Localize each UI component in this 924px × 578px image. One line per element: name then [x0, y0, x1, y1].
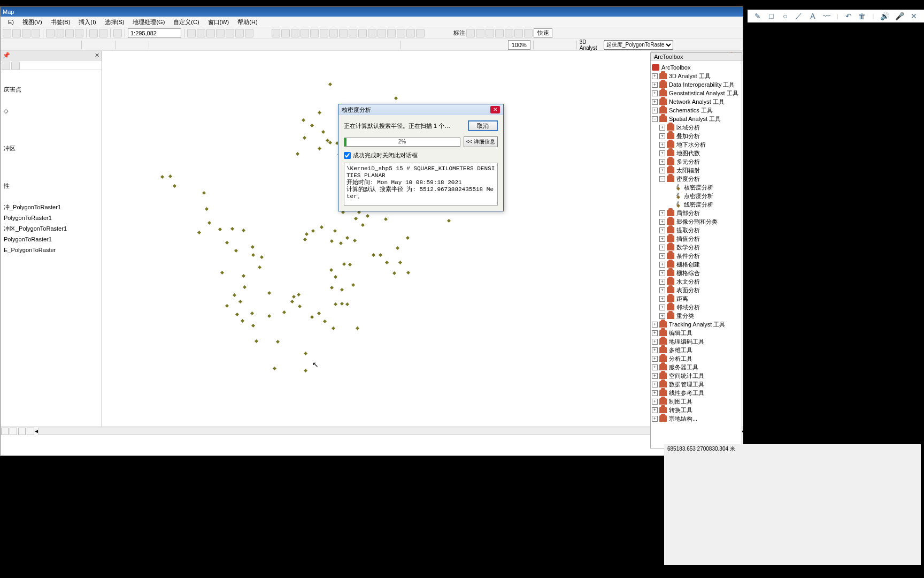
fixed-zoom-out-icon[interactable]	[51, 41, 59, 49]
measure-icon[interactable]	[118, 41, 127, 49]
map-point[interactable]	[406, 236, 410, 240]
map-point[interactable]	[342, 262, 346, 266]
toolbox-item[interactable]: +栅格创建	[651, 260, 742, 269]
map-point[interactable]	[173, 184, 176, 188]
map-point[interactable]	[310, 315, 314, 319]
map-point[interactable]	[296, 152, 299, 156]
toolbox-item[interactable]: +转换工具	[651, 406, 742, 414]
map-point[interactable]	[241, 319, 244, 323]
map-point[interactable]	[348, 263, 352, 267]
toc-icon[interactable]	[197, 29, 205, 37]
viewer-icon[interactable]	[161, 41, 170, 49]
map-point[interactable]	[379, 253, 382, 257]
map-point[interactable]	[356, 326, 359, 330]
route-icon[interactable]	[344, 41, 353, 49]
map-point[interactable]	[297, 293, 301, 296]
time-icon[interactable]	[152, 41, 160, 49]
info-icon[interactable]	[296, 41, 305, 49]
label7-icon[interactable]	[524, 29, 533, 37]
map-point[interactable]	[361, 223, 365, 227]
map-point[interactable]	[447, 219, 451, 223]
label3-icon[interactable]	[486, 29, 494, 37]
line-icon[interactable]	[378, 29, 386, 37]
toolbox-item[interactable]: +局部分析	[651, 209, 742, 217]
3d5-icon[interactable]	[713, 41, 721, 49]
overview-icon[interactable]	[267, 41, 276, 49]
tool-item[interactable]: 线密度分析	[651, 200, 742, 209]
ga9-icon[interactable]	[480, 41, 489, 49]
details-button[interactable]: << 详细信息	[464, 136, 498, 147]
model-icon[interactable]	[245, 29, 253, 37]
python-icon[interactable]	[235, 29, 244, 37]
map-point[interactable]	[321, 130, 325, 134]
magnifier-icon[interactable]	[277, 41, 286, 49]
full-extent-icon[interactable]	[32, 41, 40, 49]
select-icon[interactable]	[84, 41, 93, 49]
map-point[interactable]	[225, 304, 229, 308]
globe-icon[interactable]	[210, 41, 218, 49]
toolbox-item[interactable]: +提取分析	[651, 226, 742, 234]
map-point[interactable]	[406, 271, 410, 275]
map-point[interactable]	[207, 221, 211, 225]
map-point[interactable]	[202, 191, 206, 195]
3d6-icon[interactable]	[722, 41, 731, 49]
toolbox-item[interactable]: +Tracking Analyst 工具	[651, 320, 742, 329]
map-point[interactable]	[251, 253, 255, 257]
toc-close-icon[interactable]: ✕	[95, 52, 99, 59]
map-point[interactable]	[234, 249, 238, 253]
cancel-button[interactable]: 取消	[468, 120, 498, 131]
close-on-complete-checkbox[interactable]	[344, 152, 351, 159]
map-point[interactable]	[340, 288, 344, 292]
toolbox-item[interactable]: +编辑工具	[651, 329, 742, 337]
guides-icon[interactable]	[565, 41, 574, 49]
toc-pin-icon[interactable]: 📌	[3, 52, 10, 59]
map-point[interactable]	[345, 236, 349, 240]
toolbox-item[interactable]: +数学分析	[651, 243, 742, 252]
map-point[interactable]	[339, 241, 343, 245]
toc-item[interactable]: PolygonToRaster1	[1, 212, 102, 223]
toolbox-item[interactable]: +Schematics 工具	[651, 106, 742, 115]
tool-item[interactable]: 核密度分析	[651, 183, 742, 192]
data-icon[interactable]	[546, 41, 555, 49]
toolbox-item[interactable]: +水文分析	[651, 277, 742, 286]
map-point[interactable]	[303, 238, 307, 241]
refresh-view-icon[interactable]	[18, 428, 26, 435]
sketch-icon[interactable]	[281, 29, 290, 37]
ga3-icon[interactable]	[422, 41, 431, 49]
ga6-icon[interactable]	[451, 41, 460, 49]
map-point[interactable]	[318, 147, 321, 150]
pan2-icon[interactable]	[200, 41, 209, 49]
toolbox-root[interactable]: ArcToolbox	[651, 63, 742, 72]
text-icon[interactable]	[315, 41, 324, 49]
map-point[interactable]	[330, 239, 334, 243]
label2-icon[interactable]	[476, 29, 484, 37]
zoom-out-icon[interactable]	[12, 41, 21, 49]
toolbox-item[interactable]: +Geostatistical Analyst 工具	[651, 89, 742, 97]
toc-list-icon[interactable]	[2, 62, 10, 70]
map-scale-input[interactable]	[128, 28, 181, 38]
map-point[interactable]	[372, 253, 375, 257]
rotate-icon[interactable]	[320, 29, 328, 37]
label-speed-select[interactable]	[534, 28, 552, 38]
toolbox-item[interactable]: +地图代数	[651, 149, 742, 157]
toolbox-item[interactable]: +条件分析	[651, 252, 742, 260]
map-point[interactable]	[304, 352, 307, 355]
editor-icon[interactable]	[187, 29, 196, 37]
raster-layer-select[interactable]: 起伏度_PolygonToRaster	[604, 40, 673, 50]
delete2-icon[interactable]: 🗑	[858, 12, 866, 20]
pan-icon[interactable]	[22, 41, 30, 49]
trace-icon[interactable]	[291, 29, 299, 37]
catalog-icon[interactable]	[206, 29, 215, 37]
label4-icon[interactable]	[495, 29, 504, 37]
3d4-icon[interactable]	[703, 41, 712, 49]
toolbox-item[interactable]: −Spatial Analyst 工具	[651, 115, 742, 123]
redo-icon[interactable]	[99, 29, 107, 37]
map-point[interactable]	[160, 175, 164, 179]
identify-icon[interactable]	[104, 41, 112, 49]
map-point[interactable]	[323, 320, 327, 323]
3d7-icon[interactable]	[732, 41, 741, 49]
clear-sel-icon[interactable]	[94, 41, 103, 49]
3d-icon[interactable]	[674, 41, 683, 49]
map-point[interactable]	[218, 227, 222, 231]
toolbox-item[interactable]: +插值分析	[651, 234, 742, 243]
